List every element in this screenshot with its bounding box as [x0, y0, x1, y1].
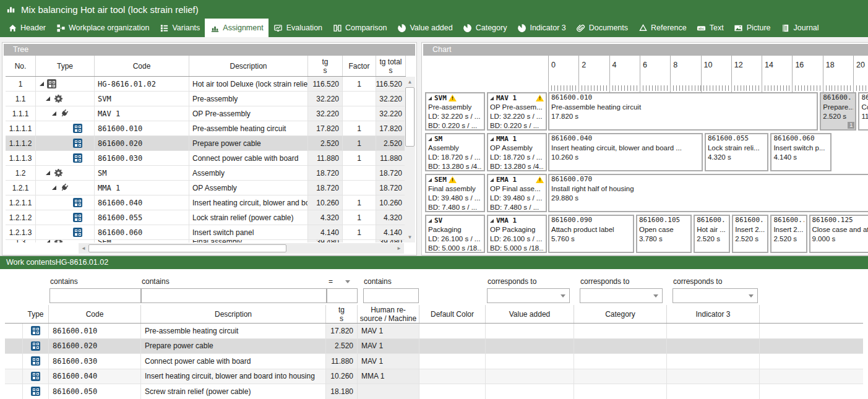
tree-row[interactable]: 1.1.1.1861600.010Pre-assemble heating ci… [6, 121, 406, 136]
tab-comparison[interactable]: Comparison [327, 19, 392, 37]
tree-row[interactable]: 1.1.1.3861600.030Connect power cable wit… [6, 151, 406, 166]
tab-text[interactable]: abcText [692, 19, 729, 37]
column-header-no[interactable]: No. [6, 56, 36, 76]
column-header-tg-total[interactable]: tg total s [376, 56, 406, 76]
column-header-code[interactable]: Code [95, 56, 189, 76]
expander-icon[interactable] [490, 137, 494, 141]
tree-row[interactable]: 1.1.1.2861600.020Prepare power cable2.52… [6, 136, 406, 151]
column-header-tg[interactable]: tg s [326, 305, 358, 323]
tree-row[interactable]: 1.2.1.3861600.060Insert switch panel4.14… [6, 225, 406, 240]
tab-reference[interactable]: Reference [633, 19, 692, 37]
tab-documents[interactable]: Documents [571, 19, 633, 37]
expander-icon[interactable] [428, 137, 432, 141]
chart-bar[interactable]: 861600...Hot air ...2.520 s [694, 215, 730, 253]
tree-row[interactable]: 1.2.1.1861600.040Insert heating circuit,… [6, 195, 406, 210]
chart-bar[interactable]: 861600.105Open case3.780 s [636, 215, 692, 253]
expander-icon[interactable] [428, 178, 432, 182]
column-header-resource[interactable]: Human re- source / Machine [358, 305, 419, 323]
tab-variants[interactable]: Variants [154, 19, 205, 37]
column-header-default-color[interactable]: Default Color [419, 305, 486, 323]
expander-icon[interactable] [428, 97, 432, 100]
tab-evaluation[interactable]: Evaluation [269, 19, 327, 37]
tab-value-added[interactable]: Value added [392, 19, 457, 37]
tab-header[interactable]: Header [2, 19, 51, 37]
tree-row[interactable]: 1.1SVMPre-assembly32.22032.220 [6, 92, 406, 106]
chart-bar[interactable]: 861600.055Lock strain reli...4.320 s [705, 133, 768, 171]
column-header-type[interactable]: Type [23, 305, 49, 323]
chart-bar[interactable]: 861600.090Attach product label5.760 s [548, 215, 634, 253]
vertical-scroll-thumb[interactable] [405, 87, 415, 147]
section-box[interactable]: SVMPre-assemblyLD: 32.220 s / ...BD: 0.2… [425, 92, 485, 131]
tab-journal[interactable]: Journal [776, 19, 824, 37]
tree-vertical-scrollbar[interactable]: ▲ ▼ [405, 77, 415, 242]
expander-icon[interactable] [46, 171, 50, 175]
filter-description-input[interactable] [141, 288, 327, 303]
chart-bar[interactable]: 861600.030Connect power cable with board… [858, 92, 868, 131]
chart-bar[interactable]: 861600...Insert 2...2.520 s [770, 215, 807, 253]
column-header-category[interactable]: Category [574, 305, 667, 323]
expander-icon[interactable] [52, 186, 56, 190]
operation-box[interactable]: MAV 1OP Pre-assem...LD: 32.220 s / ...BD… [487, 92, 547, 131]
expander-icon[interactable] [428, 219, 432, 223]
expander-icon[interactable] [52, 111, 56, 116]
work-content-row[interactable]: 861600.020Prepare power cable2.520MAV 1 [5, 339, 863, 354]
section-box[interactable]: SVPackagingLD: 26.100 s / ...BD: 5.000 s… [425, 215, 485, 253]
tab-category[interactable]: Category [458, 19, 512, 37]
column-header-tg[interactable]: tg s [308, 56, 343, 76]
chart-bar[interactable]: 861600.010Pre-assemble heating circuit17… [548, 92, 818, 131]
work-content-row[interactable]: 861600.040Insert heating circuit, blower… [5, 369, 863, 385]
tree-row[interactable]: 1.2.1.2861600.055Lock strain relief (pow… [6, 210, 406, 225]
tab-workplace-organization[interactable]: Workplace organization [51, 19, 154, 37]
tree-row[interactable]: 1HG-8616.01.02Hot air tool Deluxe (lock … [6, 77, 406, 92]
scroll-down-arrow[interactable]: ▼ [405, 232, 415, 242]
chart-bar[interactable]: 861600.060Insert switch p...4.140 s [770, 133, 831, 171]
expander-icon[interactable] [490, 219, 494, 223]
scroll-right-arrow[interactable]: ► [394, 243, 404, 254]
scroll-up-arrow[interactable]: ▲ [405, 77, 415, 87]
scroll-left-arrow[interactable]: ◄ [79, 243, 88, 254]
expander-icon[interactable] [490, 97, 494, 100]
tree-row-no: 1.1.1.2 [6, 136, 36, 150]
column-header-factor[interactable]: Factor [343, 56, 376, 76]
section-box[interactable]: SEMFinal assemblyLD: 39.480 s / ...BD: 7… [425, 174, 485, 212]
filter-category-select[interactable] [580, 288, 663, 303]
horizontal-scroll-thumb[interactable] [88, 244, 286, 252]
chart-bar[interactable]: 861600...Insert 2...2.520 s [732, 215, 768, 253]
row-type [23, 339, 49, 354]
column-header-description[interactable]: Description [141, 305, 326, 323]
tree-row[interactable]: 1.3SEMFinal assembly39.48039.480 [6, 240, 406, 242]
operation-box[interactable]: VMA 1OP PackagingLD: 26.100 s / ...BD: 5… [487, 215, 547, 253]
column-header-type[interactable]: Type [36, 56, 95, 76]
expander-icon[interactable] [46, 97, 50, 101]
tab-indicator-3[interactable]: Indicator 3 [512, 19, 570, 37]
expander-icon[interactable] [46, 240, 50, 242]
filter-tg-operator[interactable]: = [329, 277, 350, 286]
filter-indicator-select[interactable] [672, 288, 758, 303]
tree-horizontal-scrollbar[interactable]: ◄ ► [79, 243, 404, 254]
chart-bar[interactable]: 861600.070Install right half of housing2… [548, 174, 868, 212]
tree-row[interactable]: 1.2.1MMA 1OP Assembly18.72018.720 [6, 181, 406, 195]
expander-icon[interactable] [40, 82, 44, 86]
operation-box[interactable]: EMA 1OP Final asse...LD: 39.480 s / ...B… [487, 174, 547, 212]
column-header-value-added[interactable]: Value added [486, 305, 574, 323]
section-box[interactable]: SMAssemblyLD: 18.720 s / ...BD: 13.280 s… [425, 133, 485, 171]
tab-assignment[interactable]: Assignment [205, 19, 268, 37]
work-content-row[interactable]: 861600.050Screw strain relief (power cab… [5, 384, 863, 399]
operation-box[interactable]: MMA 1OP AssemblyLD: 18.720 s / ...BD: 13… [487, 133, 547, 171]
tab-picture[interactable]: Picture [729, 19, 776, 37]
work-content-row[interactable]: 861600.030Connect power cable with board… [5, 354, 863, 369]
chart-bar[interactable]: 861600.040Insert heating circuit, blower… [548, 133, 703, 171]
column-header-code[interactable]: Code [49, 305, 141, 323]
chart-bar[interactable]: 861600.125Close case and atta9.000 s [809, 215, 868, 253]
work-content-row[interactable]: 861600.010Pre-assemble heating circuit17… [5, 324, 863, 339]
filter-value-added-select[interactable] [487, 288, 570, 303]
column-header-description[interactable]: Description [189, 56, 308, 76]
chart-bar[interactable]: 861600...Prepare...2.520 s1 [820, 92, 856, 131]
filter-tg-input[interactable] [327, 288, 358, 303]
tree-row[interactable]: 1.2SMAssembly18.72018.720 [6, 166, 406, 181]
expander-icon[interactable] [490, 178, 494, 182]
filter-resource-input[interactable] [363, 288, 419, 303]
column-header-indicator-3[interactable]: Indicator 3 [667, 305, 760, 323]
tree-row[interactable]: 1.1.1MAV 1OP Pre-assembly32.22032.220 [6, 106, 406, 121]
filter-code-input[interactable] [49, 288, 141, 303]
